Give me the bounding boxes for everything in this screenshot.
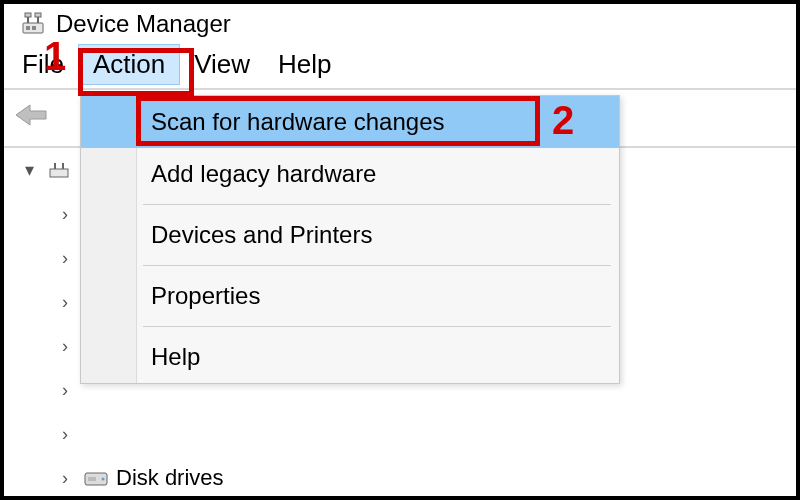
chevron-right-icon: › xyxy=(54,380,76,401)
svg-rect-6 xyxy=(35,13,41,17)
chevron-right-icon: › xyxy=(54,424,76,445)
menu-add-legacy[interactable]: Add legacy hardware xyxy=(81,148,619,200)
menu-view[interactable]: View xyxy=(180,45,264,84)
tree-item-label: Disk drives xyxy=(116,465,224,491)
menu-separator xyxy=(143,204,611,205)
menu-properties[interactable]: Properties xyxy=(81,270,619,322)
svg-rect-2 xyxy=(32,26,36,30)
svg-point-11 xyxy=(102,478,105,481)
window-title: Device Manager xyxy=(56,10,231,38)
chevron-right-icon: › xyxy=(54,204,76,225)
disk-drive-icon xyxy=(84,468,108,488)
arrow-left-icon xyxy=(12,101,52,135)
menu-help[interactable]: Help xyxy=(264,45,345,84)
menubar: File Action View Help xyxy=(4,40,796,88)
menu-scan-hardware[interactable]: Scan for hardware changes xyxy=(81,96,619,148)
action-dropdown: Scan for hardware changes Add legacy har… xyxy=(80,95,620,384)
device-manager-icon xyxy=(20,11,46,37)
chevron-right-icon: › xyxy=(54,336,76,357)
computer-icon xyxy=(48,159,70,181)
menu-separator xyxy=(143,326,611,327)
menu-file[interactable]: File xyxy=(8,45,78,84)
chevron-right-icon: › xyxy=(54,248,76,269)
tree-item-disk-drives[interactable]: › Disk drives xyxy=(18,456,796,500)
svg-rect-1 xyxy=(26,26,30,30)
tree-item[interactable]: › xyxy=(18,412,796,456)
svg-rect-7 xyxy=(50,169,68,177)
menu-devices-printers[interactable]: Devices and Printers xyxy=(81,209,619,261)
svg-rect-5 xyxy=(25,13,31,17)
chevron-right-icon: › xyxy=(54,292,76,313)
menu-separator xyxy=(143,265,611,266)
device-manager-window: Device Manager File Action View Help ▾ xyxy=(0,0,800,500)
svg-rect-12 xyxy=(88,477,96,481)
menu-action[interactable]: Action xyxy=(78,44,180,85)
chevron-down-icon: ▾ xyxy=(18,159,40,181)
menu-help[interactable]: Help xyxy=(81,331,619,383)
titlebar: Device Manager xyxy=(4,4,796,40)
chevron-right-icon: › xyxy=(54,468,76,489)
back-button[interactable] xyxy=(10,96,54,140)
